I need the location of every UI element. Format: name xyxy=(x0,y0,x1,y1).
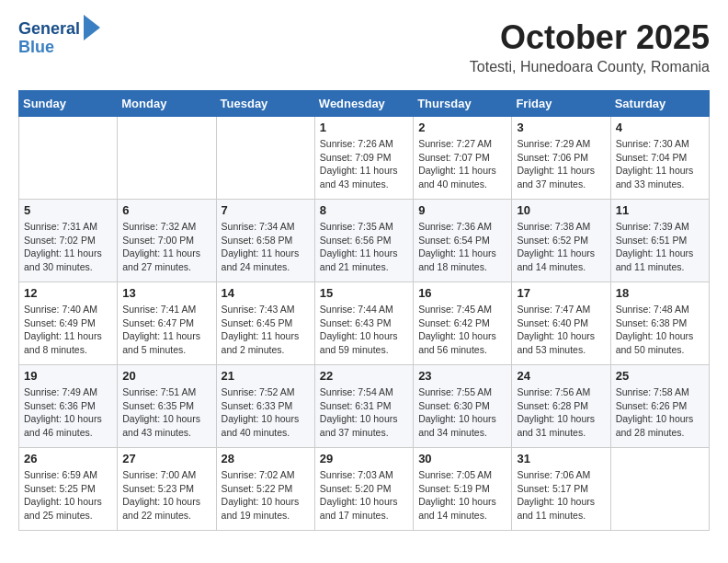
calendar-cell: 7Sunrise: 7:34 AM Sunset: 6:58 PM Daylig… xyxy=(216,200,314,282)
calendar-cell: 5Sunrise: 7:31 AM Sunset: 7:02 PM Daylig… xyxy=(19,200,118,282)
logo-arrow-icon xyxy=(84,15,100,40)
day-info: Sunrise: 7:45 AM Sunset: 6:42 PM Dayligh… xyxy=(418,303,506,357)
day-info: Sunrise: 7:55 AM Sunset: 6:30 PM Dayligh… xyxy=(418,385,506,440)
day-number: 9 xyxy=(418,203,506,217)
day-info: Sunrise: 7:29 AM Sunset: 7:06 PM Dayligh… xyxy=(517,137,605,191)
calendar-cell: 11Sunrise: 7:39 AM Sunset: 6:51 PM Dayli… xyxy=(610,200,709,282)
day-info: Sunrise: 7:30 AM Sunset: 7:04 PM Dayligh… xyxy=(616,137,704,191)
calendar-cell: 17Sunrise: 7:47 AM Sunset: 6:40 PM Dayli… xyxy=(512,282,610,365)
day-info: Sunrise: 7:06 AM Sunset: 5:17 PM Dayligh… xyxy=(517,468,605,523)
day-number: 6 xyxy=(122,203,210,217)
day-number: 7 xyxy=(222,203,310,217)
logo: General Blue xyxy=(18,18,100,57)
day-info: Sunrise: 7:40 AM Sunset: 6:49 PM Dayligh… xyxy=(24,303,112,357)
weekday-header-saturday: Saturday xyxy=(610,91,709,117)
calendar-cell: 1Sunrise: 7:26 AM Sunset: 7:09 PM Daylig… xyxy=(314,117,413,200)
calendar-cell: 22Sunrise: 7:54 AM Sunset: 6:31 PM Dayli… xyxy=(314,365,413,448)
day-info: Sunrise: 7:27 AM Sunset: 7:07 PM Dayligh… xyxy=(418,137,506,191)
day-number: 10 xyxy=(517,203,605,217)
week-row-2: 5Sunrise: 7:31 AM Sunset: 7:02 PM Daylig… xyxy=(19,200,710,282)
location-subtitle: Totesti, Hunedoara County, Romania xyxy=(470,59,710,75)
day-info: Sunrise: 7:36 AM Sunset: 6:54 PM Dayligh… xyxy=(418,220,506,274)
day-info: Sunrise: 7:58 AM Sunset: 6:26 PM Dayligh… xyxy=(616,385,704,440)
day-info: Sunrise: 7:35 AM Sunset: 6:56 PM Dayligh… xyxy=(320,220,408,274)
day-number: 12 xyxy=(24,286,112,300)
weekday-header-tuesday: Tuesday xyxy=(216,91,314,117)
day-number: 17 xyxy=(517,286,605,300)
day-number: 30 xyxy=(418,452,506,465)
day-info: Sunrise: 7:39 AM Sunset: 6:51 PM Dayligh… xyxy=(616,220,704,274)
day-number: 31 xyxy=(517,452,605,465)
day-number: 2 xyxy=(418,121,506,134)
day-info: Sunrise: 7:00 AM Sunset: 5:23 PM Dayligh… xyxy=(122,468,210,523)
calendar-cell: 29Sunrise: 7:03 AM Sunset: 5:20 PM Dayli… xyxy=(314,448,413,531)
calendar-cell: 10Sunrise: 7:38 AM Sunset: 6:52 PM Dayli… xyxy=(512,200,610,282)
day-info: Sunrise: 7:44 AM Sunset: 6:43 PM Dayligh… xyxy=(320,303,408,357)
day-number: 4 xyxy=(616,121,704,134)
day-info: Sunrise: 6:59 AM Sunset: 5:25 PM Dayligh… xyxy=(24,468,112,523)
weekday-header-thursday: Thursday xyxy=(414,91,512,117)
day-number: 3 xyxy=(517,121,605,134)
day-number: 23 xyxy=(418,369,506,383)
calendar-cell: 13Sunrise: 7:41 AM Sunset: 6:47 PM Dayli… xyxy=(118,282,216,365)
day-info: Sunrise: 7:54 AM Sunset: 6:31 PM Dayligh… xyxy=(320,385,408,440)
day-number: 27 xyxy=(122,452,210,465)
calendar-cell: 18Sunrise: 7:48 AM Sunset: 6:38 PM Dayli… xyxy=(610,282,709,365)
logo-text-general: General xyxy=(18,20,80,39)
calendar-cell: 19Sunrise: 7:49 AM Sunset: 6:36 PM Dayli… xyxy=(19,365,118,448)
day-number: 1 xyxy=(320,121,408,134)
day-info: Sunrise: 7:43 AM Sunset: 6:45 PM Dayligh… xyxy=(222,303,310,357)
day-number: 16 xyxy=(418,286,506,300)
day-number: 22 xyxy=(320,369,408,383)
calendar-cell: 31Sunrise: 7:06 AM Sunset: 5:17 PM Dayli… xyxy=(512,448,610,531)
calendar-cell: 14Sunrise: 7:43 AM Sunset: 6:45 PM Dayli… xyxy=(216,282,314,365)
week-row-4: 19Sunrise: 7:49 AM Sunset: 6:36 PM Dayli… xyxy=(19,365,710,448)
month-title: October 2025 xyxy=(470,18,710,57)
calendar-cell: 2Sunrise: 7:27 AM Sunset: 7:07 PM Daylig… xyxy=(414,117,512,200)
calendar-cell: 23Sunrise: 7:55 AM Sunset: 6:30 PM Dayli… xyxy=(414,365,512,448)
day-number: 5 xyxy=(24,203,112,217)
day-info: Sunrise: 7:56 AM Sunset: 6:28 PM Dayligh… xyxy=(517,385,605,440)
day-number: 21 xyxy=(222,369,310,383)
calendar-cell: 20Sunrise: 7:51 AM Sunset: 6:35 PM Dayli… xyxy=(118,365,216,448)
day-info: Sunrise: 7:03 AM Sunset: 5:20 PM Dayligh… xyxy=(320,468,408,523)
weekday-header-row: SundayMondayTuesdayWednesdayThursdayFrid… xyxy=(19,91,710,117)
logo-text-blue: Blue xyxy=(18,39,54,57)
day-number: 18 xyxy=(616,286,704,300)
week-row-1: 1Sunrise: 7:26 AM Sunset: 7:09 PM Daylig… xyxy=(19,117,710,200)
day-number: 25 xyxy=(616,369,704,383)
calendar-cell: 3Sunrise: 7:29 AM Sunset: 7:06 PM Daylig… xyxy=(512,117,610,200)
calendar-cell xyxy=(118,117,216,200)
calendar-cell: 16Sunrise: 7:45 AM Sunset: 6:42 PM Dayli… xyxy=(414,282,512,365)
day-info: Sunrise: 7:51 AM Sunset: 6:35 PM Dayligh… xyxy=(122,385,210,440)
day-number: 29 xyxy=(320,452,408,465)
calendar-cell: 28Sunrise: 7:02 AM Sunset: 5:22 PM Dayli… xyxy=(216,448,314,531)
calendar-cell: 8Sunrise: 7:35 AM Sunset: 6:56 PM Daylig… xyxy=(314,200,413,282)
day-number: 26 xyxy=(24,452,112,465)
day-number: 20 xyxy=(122,369,210,383)
day-info: Sunrise: 7:02 AM Sunset: 5:22 PM Dayligh… xyxy=(222,468,310,523)
calendar-cell: 26Sunrise: 6:59 AM Sunset: 5:25 PM Dayli… xyxy=(19,448,118,531)
calendar-cell xyxy=(19,117,118,200)
calendar-cell: 9Sunrise: 7:36 AM Sunset: 6:54 PM Daylig… xyxy=(414,200,512,282)
calendar-cell: 25Sunrise: 7:58 AM Sunset: 6:26 PM Dayli… xyxy=(610,365,709,448)
day-info: Sunrise: 7:48 AM Sunset: 6:38 PM Dayligh… xyxy=(616,303,704,357)
calendar-cell: 6Sunrise: 7:32 AM Sunset: 7:00 PM Daylig… xyxy=(118,200,216,282)
calendar-cell: 21Sunrise: 7:52 AM Sunset: 6:33 PM Dayli… xyxy=(216,365,314,448)
week-row-3: 12Sunrise: 7:40 AM Sunset: 6:49 PM Dayli… xyxy=(19,282,710,365)
day-info: Sunrise: 7:47 AM Sunset: 6:40 PM Dayligh… xyxy=(517,303,605,357)
day-info: Sunrise: 7:52 AM Sunset: 6:33 PM Dayligh… xyxy=(222,385,310,440)
day-info: Sunrise: 7:26 AM Sunset: 7:09 PM Dayligh… xyxy=(320,137,408,191)
weekday-header-monday: Monday xyxy=(118,91,216,117)
day-number: 28 xyxy=(222,452,310,465)
calendar-cell: 30Sunrise: 7:05 AM Sunset: 5:19 PM Dayli… xyxy=(414,448,512,531)
day-number: 13 xyxy=(122,286,210,300)
calendar-cell: 15Sunrise: 7:44 AM Sunset: 6:43 PM Dayli… xyxy=(314,282,413,365)
week-row-5: 26Sunrise: 6:59 AM Sunset: 5:25 PM Dayli… xyxy=(19,448,710,531)
page-header: General Blue October 2025 Totesti, Huned… xyxy=(18,18,710,75)
calendar-cell xyxy=(216,117,314,200)
calendar-cell: 24Sunrise: 7:56 AM Sunset: 6:28 PM Dayli… xyxy=(512,365,610,448)
title-block: October 2025 Totesti, Hunedoara County, … xyxy=(470,18,710,75)
day-number: 14 xyxy=(222,286,310,300)
day-info: Sunrise: 7:34 AM Sunset: 6:58 PM Dayligh… xyxy=(222,220,310,274)
